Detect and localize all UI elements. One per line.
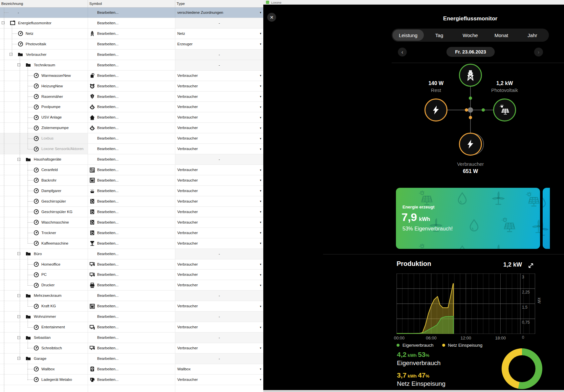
table-row[interactable]: Ladegerät Metabo Bearbeiten... Verbrauch… [0, 375, 263, 385]
type-dropdown-icon[interactable]: ▾ [260, 126, 261, 130]
type-dropdown-icon[interactable]: ▾ [260, 179, 261, 182]
type-dropdown-icon[interactable]: ▾ [260, 11, 261, 14]
table-row[interactable]: Waschmaschine Bearbeiten... Verbraucher▾ [0, 217, 263, 228]
edit-symbol-link[interactable]: Bearbeiten... [97, 165, 119, 175]
edit-symbol-link[interactable]: Bearbeiten... [97, 8, 119, 18]
table-row[interactable]: -Technikraum Bearbeiten... - [0, 60, 263, 71]
table-row[interactable]: Entertainment Bearbeiten... Verbraucher▾ [0, 322, 263, 333]
edit-symbol-link[interactable]: Bearbeiten... [97, 144, 119, 154]
tab-jahr[interactable]: Jahr [517, 30, 548, 41]
edit-symbol-link[interactable]: Bearbeiten... [97, 343, 119, 354]
energy-generated-card[interactable]: Energie erzeugt 7,9kWh 53% Eigenverbrauc… [396, 188, 540, 249]
type-dropdown-icon[interactable]: ▾ [260, 200, 261, 203]
table-row[interactable]: Kraft KG Bearbeiten... Verbraucher▾ [0, 301, 263, 312]
edit-symbol-link[interactable]: Bearbeiten... [97, 312, 119, 322]
table-row[interactable]: Loxone Sensorik/Aktoren Bearbeiten... Ve… [0, 144, 263, 154]
edit-symbol-link[interactable]: Bearbeiten... [97, 133, 119, 144]
edit-symbol-link[interactable]: Bearbeiten... [97, 196, 119, 207]
type-dropdown-icon[interactable]: ▾ [260, 284, 261, 287]
edit-symbol-link[interactable]: Bearbeiten... [97, 270, 119, 280]
edit-symbol-link[interactable]: Bearbeiten... [97, 123, 119, 133]
tab-leistung[interactable]: Leistung [393, 30, 424, 41]
table-row[interactable]: Zisternenpumpe Bearbeiten... Verbraucher… [0, 123, 263, 133]
table-row[interactable]: -Büro Bearbeiten... - [0, 249, 263, 259]
flow-node-rest[interactable] [424, 98, 447, 121]
date-next-button[interactable]: › [534, 48, 543, 56]
type-dropdown-icon[interactable]: ▾ [260, 95, 261, 98]
tab-monat[interactable]: Monat [486, 30, 517, 41]
flow-node-grid[interactable] [459, 64, 482, 87]
table-row[interactable]: Rasenmäher Bearbeiten... Verbraucher▾ [0, 92, 263, 102]
type-dropdown-icon[interactable]: ▾ [260, 273, 261, 276]
table-row[interactable]: USV Anlage Bearbeiten... Verbraucher▾ [0, 112, 263, 123]
edit-symbol-link[interactable]: Bearbeiten... [97, 301, 119, 312]
edit-symbol-link[interactable]: Bearbeiten... [97, 39, 119, 50]
table-row[interactable]: Ceranfeld Bearbeiten... Verbraucher▾ [0, 165, 263, 175]
type-dropdown-icon[interactable]: ▾ [260, 367, 261, 371]
edit-symbol-link[interactable]: Bearbeiten... [97, 71, 119, 81]
edit-symbol-link[interactable]: Bearbeiten... [97, 112, 119, 123]
table-row[interactable]: Geschirrspüler KG Bearbeiten... Verbrauc… [0, 207, 263, 217]
edit-symbol-link[interactable]: Bearbeiten... [97, 364, 119, 375]
edit-symbol-link[interactable]: Bearbeiten... [97, 228, 119, 238]
tab-tag[interactable]: Tag [424, 30, 455, 41]
table-row[interactable]: Netz Bearbeiten... Netz▾ [0, 29, 263, 39]
edit-symbol-link[interactable]: Bearbeiten... [97, 249, 119, 259]
table-row[interactable]: Loxbus Bearbeiten... Verbraucher▾ [0, 133, 263, 144]
table-row[interactable]: -Wohnzimmer Bearbeiten... - [0, 312, 263, 322]
type-dropdown-icon[interactable]: ▾ [260, 168, 261, 172]
table-row[interactable]: Backrohr Bearbeiten... Verbraucher▾ [0, 175, 263, 186]
type-dropdown-icon[interactable]: ▾ [260, 231, 261, 234]
edit-symbol-link[interactable]: Bearbeiten... [97, 280, 119, 291]
type-dropdown-icon[interactable]: ▾ [260, 221, 261, 224]
edit-symbol-link[interactable]: Bearbeiten... [97, 375, 119, 385]
edit-symbol-link[interactable]: Bearbeiten... [97, 102, 119, 112]
table-row[interactable]: Dampfgarer Bearbeiten... Verbraucher▾ [0, 186, 263, 196]
edit-symbol-link[interactable]: Bearbeiten... [97, 259, 119, 270]
edit-symbol-link[interactable]: Bearbeiten... [97, 186, 119, 196]
table-row[interactable]: WarmwasserNew Bearbeiten... Verbraucher▾ [0, 71, 263, 81]
edit-symbol-link[interactable]: Bearbeiten... [97, 333, 119, 343]
table-row[interactable]: Photovoltaik Bearbeiten... Erzeuger▾ [0, 39, 263, 50]
type-dropdown-icon[interactable]: ▾ [260, 326, 261, 329]
type-dropdown-icon[interactable]: ▾ [260, 263, 261, 266]
table-row[interactable]: Geschirrspüler Bearbeiten... Verbraucher… [0, 196, 263, 207]
edit-symbol-link[interactable]: Bearbeiten... [97, 29, 119, 39]
table-row[interactable]: HeizungNew Bearbeiten... Verbraucher▾ [0, 81, 263, 92]
table-row[interactable]: -Mehrzweckraum Bearbeiten... - [0, 291, 263, 301]
table-row[interactable]: Kaffeemaschine Bearbeiten... Verbraucher… [0, 238, 263, 249]
flow-node-verbraucher[interactable] [459, 133, 482, 156]
edit-symbol-link[interactable]: Bearbeiten... [97, 207, 119, 217]
type-dropdown-icon[interactable]: ▾ [260, 242, 261, 245]
edit-symbol-link[interactable]: Bearbeiten... [97, 154, 119, 165]
edit-symbol-link[interactable]: Bearbeiten... [97, 50, 119, 60]
type-dropdown-icon[interactable]: ▾ [260, 137, 261, 140]
type-dropdown-icon[interactable]: ▾ [260, 74, 261, 77]
table-row[interactable]: Poolpumpe Bearbeiten... Verbraucher▾ [0, 102, 263, 112]
edit-symbol-link[interactable]: Bearbeiten... [97, 92, 119, 102]
table-row[interactable]: - Bearbeiten... verschiedene Zuordnungen… [0, 8, 263, 18]
table-row[interactable]: Drucker Bearbeiten... Verbraucher▾ [0, 280, 263, 291]
table-row[interactable]: -Verbraucher Bearbeiten... - [0, 50, 263, 60]
tab-woche[interactable]: Woche [455, 30, 486, 41]
type-dropdown-icon[interactable]: ▾ [260, 105, 261, 109]
edit-symbol-link[interactable]: Bearbeiten... [97, 217, 119, 228]
col-header-symbol[interactable]: Symbol [88, 0, 175, 7]
date-selector[interactable]: Fr. 23.06.2023 [446, 47, 495, 57]
type-dropdown-icon[interactable]: ▾ [260, 147, 261, 151]
date-prev-button[interactable]: ‹ [398, 48, 407, 56]
type-dropdown-icon[interactable]: ▾ [260, 116, 261, 119]
type-dropdown-icon[interactable]: ▾ [260, 378, 261, 381]
type-dropdown-icon[interactable]: ▾ [260, 189, 261, 192]
table-row[interactable]: Schreibtisch Bearbeiten... Verbraucher▾ [0, 343, 263, 354]
table-row[interactable]: Wallbox Bearbeiten... Wallbox▾ [0, 364, 263, 375]
type-dropdown-icon[interactable]: ▾ [260, 84, 261, 88]
table-row[interactable]: Trockner Bearbeiten... Verbraucher▾ [0, 228, 263, 238]
col-header-bezeichnung[interactable]: Bezeichnung [0, 0, 88, 7]
flow-node-photovoltaik[interactable] [493, 98, 516, 121]
type-dropdown-icon[interactable]: ▾ [260, 346, 261, 350]
table-row[interactable]: PC Bearbeiten... Verbraucher▾ [0, 270, 263, 280]
type-dropdown-icon[interactable]: ▾ [260, 210, 261, 213]
table-row[interactable]: -Energieflussmonitor Bearbeiten... - [0, 18, 263, 29]
type-dropdown-icon[interactable]: ▾ [260, 42, 261, 46]
